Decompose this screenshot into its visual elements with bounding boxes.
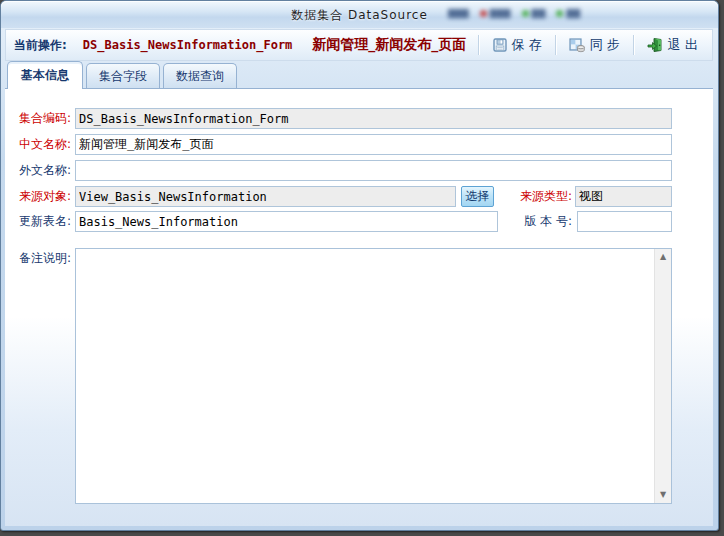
toolbar: 当前操作: DS_Basis_NewsInformation_Form 新闻管理… (5, 29, 713, 61)
save-button-label: 保 存 (512, 36, 542, 54)
exit-icon (647, 37, 664, 53)
operation-name: 新闻管理_新闻发布_页面 (312, 36, 466, 54)
tab-basic-info[interactable]: 基本信息 (7, 61, 83, 89)
green-status-dot-icon (522, 10, 529, 17)
redacted-badge: ▇▇▇ (448, 8, 469, 18)
source-type-input[interactable] (575, 186, 672, 207)
remark-textarea[interactable] (76, 249, 654, 503)
basic-info-panel: 集合编码: 中文名称: 外文名称: 来源对象: 选择 来源类型: 更新表名: 版… (5, 88, 713, 526)
remark-scrollbar[interactable]: ▲ ▼ (654, 249, 671, 503)
update-table-label: 更新表名: (5, 211, 71, 232)
red-status-dot-icon (480, 10, 487, 17)
toolbar-separator (633, 35, 634, 55)
remark-label: 备注说明: (5, 248, 71, 269)
titlebar-redacted-badges: ▇▇▇ ▇▇▇ ▇▇ ▇▇ (448, 8, 580, 18)
select-source-button[interactable]: 选择 (461, 186, 494, 207)
save-button[interactable]: 保 存 (484, 32, 550, 58)
sync-button-label: 同 步 (590, 36, 620, 54)
titlebar[interactable]: 数据集合 DataSource ▇▇▇ ▇▇▇ ▇▇ ▇▇ (1, 1, 718, 28)
tabstrip: 基本信息 集合字段 数据查询 (5, 62, 713, 88)
foreign-name-label: 外文名称: (5, 160, 71, 181)
source-object-input[interactable] (75, 186, 456, 207)
window-title: 数据集合 DataSource (1, 7, 718, 24)
redacted-badge: ▇▇▇ (480, 8, 511, 18)
remark-textarea-frame: ▲ ▼ (75, 248, 672, 504)
redacted-badge: ▇▇ (522, 8, 546, 18)
exit-button[interactable]: 退 出 (639, 32, 706, 58)
green-status-dot-icon (556, 10, 563, 17)
chinese-name-input[interactable] (75, 134, 672, 155)
update-table-input[interactable] (75, 211, 498, 232)
operation-code: DS_Basis_NewsInformation_Form (83, 38, 293, 52)
code-input[interactable] (75, 108, 672, 129)
version-label: 版 本 号: (506, 211, 572, 232)
code-label: 集合编码: (5, 108, 71, 129)
tab-collection-fields[interactable]: 集合字段 (86, 63, 160, 88)
current-operation-label: 当前操作: (14, 37, 67, 54)
tab-data-query[interactable]: 数据查询 (163, 63, 237, 88)
toolbar-buttons: 保 存 同 步 (473, 30, 712, 60)
source-type-label: 来源类型: (506, 186, 572, 207)
foreign-name-input[interactable] (75, 160, 672, 181)
toolbar-separator (478, 35, 479, 55)
scroll-up-icon[interactable]: ▲ (655, 249, 671, 265)
chinese-name-label: 中文名称: (5, 134, 71, 155)
datasource-window: 数据集合 DataSource ▇▇▇ ▇▇▇ ▇▇ ▇▇ 当前操作: DS_B… (0, 0, 719, 531)
save-icon (492, 37, 508, 53)
scroll-down-icon[interactable]: ▼ (655, 487, 671, 503)
redacted-badge: ▇▇ (556, 8, 580, 18)
sync-button[interactable]: 同 步 (561, 32, 628, 58)
source-object-label: 来源对象: (5, 186, 71, 207)
exit-button-label: 退 出 (668, 36, 698, 54)
version-input[interactable] (577, 211, 672, 232)
toolbar-separator (555, 35, 556, 55)
sync-icon (569, 37, 586, 53)
